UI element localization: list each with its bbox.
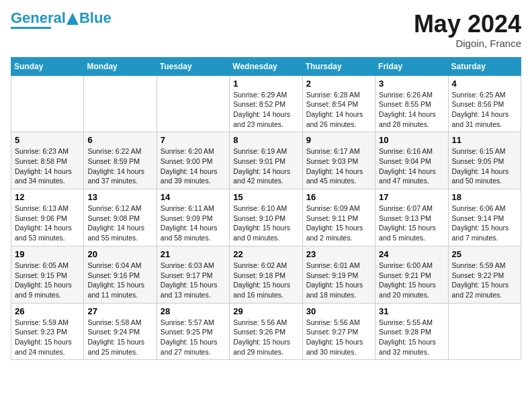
day-content: Sunrise: 5:58 AMSunset: 9:24 PMDaylight:… bbox=[87, 318, 152, 357]
day-content: Sunrise: 6:11 AMSunset: 9:09 PMDaylight:… bbox=[161, 203, 226, 243]
day-number: 30 bbox=[306, 306, 371, 316]
table-row: 14Sunrise: 6:11 AMSunset: 9:09 PMDayligh… bbox=[157, 189, 229, 246]
day-number: 28 bbox=[161, 306, 226, 316]
day-content: Sunrise: 6:19 AMSunset: 9:01 PMDaylight:… bbox=[233, 146, 298, 186]
day-content: Sunrise: 5:59 AMSunset: 9:23 PMDaylight:… bbox=[15, 318, 80, 357]
day-content: Sunrise: 6:09 AMSunset: 9:11 PMDaylight:… bbox=[306, 203, 371, 243]
day-content: Sunrise: 6:03 AMSunset: 9:17 PMDaylight:… bbox=[161, 261, 226, 300]
table-row: 22Sunrise: 6:02 AMSunset: 9:18 PMDayligh… bbox=[230, 246, 302, 303]
day-content: Sunrise: 6:17 AMSunset: 9:03 PMDaylight:… bbox=[306, 146, 371, 186]
table-row: 19Sunrise: 6:05 AMSunset: 9:15 PMDayligh… bbox=[11, 246, 84, 303]
day-content: Sunrise: 5:59 AMSunset: 9:22 PMDaylight:… bbox=[452, 261, 517, 300]
day-number: 21 bbox=[161, 249, 226, 259]
day-number: 24 bbox=[379, 249, 444, 259]
day-number: 18 bbox=[452, 192, 517, 202]
logo-text: General Blue bbox=[11, 11, 112, 26]
day-content: Sunrise: 5:55 AMSunset: 9:28 PMDaylight:… bbox=[379, 318, 444, 357]
table-row: 5Sunrise: 6:23 AMSunset: 8:58 PMDaylight… bbox=[11, 132, 84, 189]
logo-icon bbox=[66, 13, 79, 28]
table-row: 15Sunrise: 6:10 AMSunset: 9:10 PMDayligh… bbox=[230, 189, 302, 246]
day-content: Sunrise: 6:15 AMSunset: 9:05 PMDaylight:… bbox=[452, 146, 517, 186]
table-row: 2Sunrise: 6:28 AMSunset: 8:54 PMDaylight… bbox=[302, 75, 375, 132]
table-row: 29Sunrise: 5:56 AMSunset: 9:26 PMDayligh… bbox=[230, 303, 302, 360]
day-content: Sunrise: 5:56 AMSunset: 9:26 PMDaylight:… bbox=[233, 318, 298, 357]
day-content: Sunrise: 6:05 AMSunset: 9:15 PMDaylight:… bbox=[15, 261, 80, 300]
table-row: 1Sunrise: 6:29 AMSunset: 8:52 PMDaylight… bbox=[230, 75, 302, 132]
day-content: Sunrise: 6:28 AMSunset: 8:54 PMDaylight:… bbox=[306, 90, 371, 130]
day-number: 22 bbox=[233, 249, 298, 259]
day-content: Sunrise: 6:10 AMSunset: 9:10 PMDaylight:… bbox=[233, 203, 298, 243]
col-sunday: Sunday bbox=[11, 57, 84, 75]
table-row bbox=[84, 75, 157, 132]
day-content: Sunrise: 6:13 AMSunset: 9:06 PMDaylight:… bbox=[15, 203, 80, 243]
day-number: 4 bbox=[452, 79, 517, 89]
day-number: 14 bbox=[161, 192, 226, 202]
table-row: 17Sunrise: 6:07 AMSunset: 9:13 PMDayligh… bbox=[375, 189, 448, 246]
day-number: 10 bbox=[379, 135, 444, 145]
table-row: 11Sunrise: 6:15 AMSunset: 9:05 PMDayligh… bbox=[448, 132, 521, 189]
month-title: May 2024 bbox=[414, 11, 521, 38]
day-content: Sunrise: 6:25 AMSunset: 8:56 PMDaylight:… bbox=[452, 90, 517, 130]
calendar-week-row: 5Sunrise: 6:23 AMSunset: 8:58 PMDaylight… bbox=[11, 132, 521, 189]
title-area: May 2024 Digoin, France bbox=[414, 11, 521, 49]
table-row: 24Sunrise: 6:00 AMSunset: 9:21 PMDayligh… bbox=[375, 246, 448, 303]
table-row: 25Sunrise: 5:59 AMSunset: 9:22 PMDayligh… bbox=[448, 246, 521, 303]
table-row: 28Sunrise: 5:57 AMSunset: 9:25 PMDayligh… bbox=[157, 303, 229, 360]
day-content: Sunrise: 6:26 AMSunset: 8:55 PMDaylight:… bbox=[379, 90, 444, 130]
day-content: Sunrise: 6:07 AMSunset: 9:13 PMDaylight:… bbox=[379, 203, 444, 243]
table-row: 26Sunrise: 5:59 AMSunset: 9:23 PMDayligh… bbox=[11, 303, 84, 360]
day-number: 16 bbox=[306, 192, 371, 202]
calendar-week-row: 19Sunrise: 6:05 AMSunset: 9:15 PMDayligh… bbox=[11, 246, 521, 303]
day-content: Sunrise: 6:02 AMSunset: 9:18 PMDaylight:… bbox=[233, 261, 298, 300]
day-number: 20 bbox=[87, 249, 152, 259]
day-number: 5 bbox=[15, 135, 80, 145]
day-number: 13 bbox=[87, 192, 152, 202]
day-content: Sunrise: 5:57 AMSunset: 9:25 PMDaylight:… bbox=[161, 318, 226, 357]
day-number: 1 bbox=[233, 79, 298, 89]
day-content: Sunrise: 6:00 AMSunset: 9:21 PMDaylight:… bbox=[379, 261, 444, 300]
table-row: 7Sunrise: 6:20 AMSunset: 9:00 PMDaylight… bbox=[157, 132, 229, 189]
day-number: 17 bbox=[379, 192, 444, 202]
logo-general: General bbox=[11, 9, 66, 26]
table-row bbox=[11, 75, 84, 132]
table-row: 10Sunrise: 6:16 AMSunset: 9:04 PMDayligh… bbox=[375, 132, 448, 189]
day-number: 25 bbox=[452, 249, 517, 259]
table-row: 20Sunrise: 6:04 AMSunset: 9:16 PMDayligh… bbox=[84, 246, 157, 303]
day-number: 31 bbox=[379, 306, 444, 316]
table-row: 27Sunrise: 5:58 AMSunset: 9:24 PMDayligh… bbox=[84, 303, 157, 360]
table-row: 31Sunrise: 5:55 AMSunset: 9:28 PMDayligh… bbox=[375, 303, 448, 360]
table-row: 8Sunrise: 6:19 AMSunset: 9:01 PMDaylight… bbox=[230, 132, 302, 189]
day-number: 7 bbox=[161, 135, 226, 145]
day-number: 29 bbox=[233, 306, 298, 316]
day-number: 15 bbox=[233, 192, 298, 202]
table-row: 13Sunrise: 6:12 AMSunset: 9:08 PMDayligh… bbox=[84, 189, 157, 246]
table-row: 12Sunrise: 6:13 AMSunset: 9:06 PMDayligh… bbox=[11, 189, 84, 246]
col-wednesday: Wednesday bbox=[230, 57, 302, 75]
table-row: 23Sunrise: 6:01 AMSunset: 9:19 PMDayligh… bbox=[302, 246, 375, 303]
location-label: Digoin, France bbox=[414, 38, 521, 49]
logo: General Blue bbox=[11, 11, 112, 29]
col-saturday: Saturday bbox=[448, 57, 521, 75]
table-row: 6Sunrise: 6:22 AMSunset: 8:59 PMDaylight… bbox=[84, 132, 157, 189]
day-number: 6 bbox=[87, 135, 152, 145]
table-row: 3Sunrise: 6:26 AMSunset: 8:55 PMDaylight… bbox=[375, 75, 448, 132]
day-content: Sunrise: 6:04 AMSunset: 9:16 PMDaylight:… bbox=[87, 261, 152, 300]
table-row: 18Sunrise: 6:06 AMSunset: 9:14 PMDayligh… bbox=[448, 189, 521, 246]
day-number: 27 bbox=[87, 306, 152, 316]
calendar-table: Sunday Monday Tuesday Wednesday Thursday… bbox=[11, 57, 521, 361]
svg-marker-0 bbox=[66, 13, 79, 25]
col-tuesday: Tuesday bbox=[157, 57, 229, 75]
calendar-week-row: 26Sunrise: 5:59 AMSunset: 9:23 PMDayligh… bbox=[11, 303, 521, 360]
day-content: Sunrise: 6:29 AMSunset: 8:52 PMDaylight:… bbox=[233, 90, 298, 130]
table-row: 4Sunrise: 6:25 AMSunset: 8:56 PMDaylight… bbox=[448, 75, 521, 132]
col-friday: Friday bbox=[375, 57, 448, 75]
day-content: Sunrise: 6:12 AMSunset: 9:08 PMDaylight:… bbox=[87, 203, 152, 243]
table-row bbox=[448, 303, 521, 360]
logo-blue: Blue bbox=[79, 9, 112, 26]
day-content: Sunrise: 6:01 AMSunset: 9:19 PMDaylight:… bbox=[306, 261, 371, 300]
day-number: 8 bbox=[233, 135, 298, 145]
col-thursday: Thursday bbox=[302, 57, 375, 75]
logo-underline bbox=[11, 27, 51, 29]
day-content: Sunrise: 6:06 AMSunset: 9:14 PMDaylight:… bbox=[452, 203, 517, 243]
day-number: 3 bbox=[379, 79, 444, 89]
